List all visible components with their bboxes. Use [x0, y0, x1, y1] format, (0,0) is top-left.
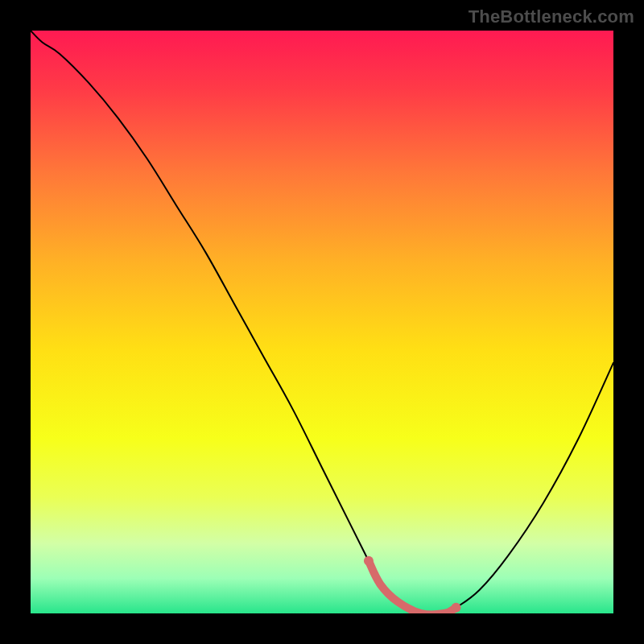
plot-area: [31, 31, 613, 613]
marker-dot: [452, 603, 461, 613]
bottleneck-chart: [31, 31, 613, 613]
watermark-text: TheBottleneck.com: [469, 6, 634, 27]
chart-frame: TheBottleneck.com: [0, 0, 644, 644]
marker-dot: [364, 556, 374, 566]
